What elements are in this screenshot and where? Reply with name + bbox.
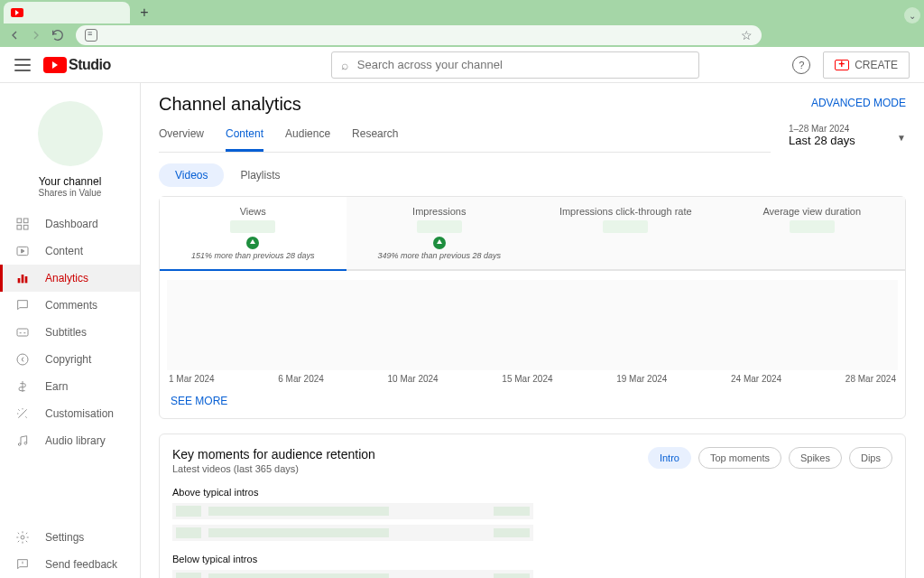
- sidebar-item-label: Analytics: [45, 272, 88, 284]
- chip-top-moments[interactable]: Top moments: [698, 447, 781, 469]
- search-icon: ⌕: [341, 58, 348, 72]
- channel-avatar[interactable]: [38, 101, 103, 166]
- chip-dips[interactable]: Dips: [849, 447, 892, 469]
- reload-button[interactable]: [51, 28, 65, 42]
- sidebar-item-label: Content: [45, 245, 83, 257]
- below-typical-label: Below typical intros: [172, 554, 892, 564]
- analytics-tabs: Overview Content Audience Research: [159, 127, 771, 153]
- sidebar-item-label: Earn: [45, 380, 68, 393]
- sidebar: Your channel Shares in Value Dashboard C…: [0, 83, 141, 578]
- search-input[interactable]: [357, 58, 689, 71]
- sidebar-item-audio-library[interactable]: Audio library: [0, 427, 140, 454]
- browser-chrome: + ⌄ ≡ ☆: [0, 0, 924, 47]
- sidebar-item-settings[interactable]: Settings: [0, 524, 140, 551]
- subtitles-icon: [14, 324, 31, 340]
- metric-avg-duration[interactable]: Average view duration: [719, 197, 906, 269]
- gear-icon: [14, 529, 31, 545]
- metric-value-placeholder: [603, 220, 648, 233]
- site-info-icon[interactable]: ≡: [85, 29, 97, 42]
- list-item[interactable]: [172, 525, 533, 541]
- help-button[interactable]: ?: [792, 56, 810, 74]
- sidebar-item-label: Settings: [45, 531, 84, 544]
- svg-rect-1: [23, 219, 28, 223]
- sidebar-item-comments[interactable]: Comments: [0, 292, 140, 319]
- retention-card: Key moments for audience retention Lates…: [159, 434, 906, 578]
- svg-rect-3: [23, 225, 28, 229]
- search-field[interactable]: ⌕: [331, 51, 699, 79]
- sidebar-item-dashboard[interactable]: Dashboard: [0, 210, 140, 238]
- chart-x-axis: 1 Mar 2024 6 Mar 2024 10 Mar 2024 15 Mar…: [160, 374, 905, 384]
- metric-impressions[interactable]: Impressions 349% more than previous 28 d…: [346, 197, 533, 269]
- tab-research[interactable]: Research: [352, 127, 398, 152]
- analytics-icon: [14, 270, 31, 286]
- x-tick: 24 Mar 2024: [731, 374, 781, 384]
- sidebar-item-copyright[interactable]: Copyright: [0, 346, 140, 373]
- create-button[interactable]: CREATE: [823, 51, 910, 79]
- x-tick: 6 Mar 2024: [278, 374, 324, 384]
- metric-value-placeholder: [417, 220, 462, 233]
- date-range-text: 1–28 Mar 2024: [789, 124, 906, 134]
- browser-tab[interactable]: [4, 2, 130, 23]
- list-item[interactable]: [172, 503, 533, 519]
- channel-subtitle: Shares in Value: [0, 188, 140, 198]
- metric-subtext: 349% more than previous 28 days: [354, 251, 526, 260]
- chip-spikes[interactable]: Spikes: [789, 447, 842, 469]
- feedback-icon: [14, 556, 31, 573]
- metric-views[interactable]: Views 151% more than previous 28 days: [160, 197, 346, 269]
- svg-point-12: [21, 536, 24, 539]
- subtab-playlists[interactable]: Playlists: [224, 163, 296, 187]
- menu-button[interactable]: [14, 59, 31, 71]
- chip-intro[interactable]: Intro: [648, 447, 691, 469]
- youtube-play-icon: [43, 57, 67, 73]
- tab-overview[interactable]: Overview: [159, 127, 204, 152]
- tab-content[interactable]: Content: [226, 127, 263, 152]
- address-bar[interactable]: ≡ ☆: [76, 25, 762, 45]
- main-content: Channel analytics ADVANCED MODE Overview…: [141, 83, 924, 578]
- see-more-link[interactable]: SEE MORE: [171, 395, 905, 407]
- svg-rect-7: [25, 276, 28, 283]
- metric-ctr[interactable]: Impressions click-through rate: [532, 197, 719, 269]
- new-tab-button[interactable]: +: [135, 4, 153, 22]
- copyright-icon: [14, 351, 31, 368]
- earn-icon: [14, 378, 31, 395]
- date-label: Last 28 days: [789, 134, 906, 147]
- sidebar-item-earn[interactable]: Earn: [0, 373, 140, 400]
- content-icon: [14, 243, 31, 259]
- sidebar-item-label: Copyright: [45, 353, 91, 366]
- subtab-videos[interactable]: Videos: [159, 163, 224, 187]
- x-tick: 19 Mar 2024: [616, 374, 667, 384]
- svg-rect-6: [22, 275, 24, 283]
- svg-point-9: [17, 354, 28, 365]
- date-range-picker[interactable]: 1–28 Mar 2024 Last 28 days ▼: [789, 124, 906, 153]
- sidebar-item-analytics[interactable]: Analytics: [0, 265, 140, 292]
- content-subtabs: Videos Playlists: [159, 163, 906, 187]
- sidebar-item-label: Audio library: [45, 434, 106, 447]
- retention-subtitle: Latest videos (last 365 days): [172, 463, 375, 474]
- sidebar-item-subtitles[interactable]: Subtitles: [0, 319, 140, 346]
- chrome-menu-button[interactable]: ⌄: [904, 7, 920, 23]
- sidebar-item-label: Dashboard: [45, 218, 98, 230]
- list-item[interactable]: [172, 570, 533, 578]
- studio-logo[interactable]: Studio: [43, 57, 111, 73]
- tab-audience[interactable]: Audience: [285, 127, 330, 152]
- sidebar-item-label: Subtitles: [45, 326, 87, 339]
- svg-rect-0: [17, 219, 22, 223]
- create-label: CREATE: [855, 59, 898, 71]
- bookmark-star-icon[interactable]: ☆: [741, 28, 753, 42]
- forward-button[interactable]: [29, 28, 43, 42]
- svg-point-11: [24, 442, 27, 444]
- x-tick: 28 Mar 2024: [845, 374, 896, 384]
- sidebar-item-customisation[interactable]: Customisation: [0, 400, 140, 427]
- dashboard-icon: [14, 216, 31, 232]
- audio-icon: [14, 433, 31, 449]
- svg-rect-5: [18, 278, 21, 283]
- back-button[interactable]: [7, 28, 22, 42]
- metrics-card: Views 151% more than previous 28 days Im…: [159, 196, 906, 419]
- retention-title: Key moments for audience retention: [172, 447, 375, 461]
- chevron-down-icon: ▼: [897, 133, 906, 143]
- sidebar-item-feedback[interactable]: Send feedback: [0, 551, 140, 578]
- sidebar-item-content[interactable]: Content: [0, 238, 140, 265]
- metric-title: Impressions click-through rate: [540, 206, 712, 217]
- magic-wand-icon: [14, 406, 31, 422]
- advanced-mode-link[interactable]: ADVANCED MODE: [811, 97, 906, 109]
